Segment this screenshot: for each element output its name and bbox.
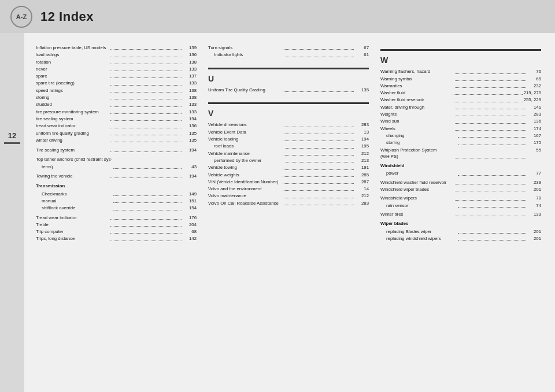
list-item: Vehicle loading 194 [208, 136, 369, 142]
section-letter-w: W [380, 54, 541, 66]
list-item: Towing the vehicle 194 [36, 173, 197, 179]
list-item: tire pressure monitoring system 133 [36, 109, 197, 115]
list-item: never 133 [36, 66, 197, 72]
chapter-number: 12 [8, 131, 16, 140]
list-item: Volvo On Call Roadside Assistance 283 [208, 200, 369, 206]
list-item: power 77 [380, 170, 541, 176]
list-item: manual 151 [36, 198, 197, 204]
list-item: speed ratings 138 [36, 87, 197, 94]
list-item: Vehicle maintenance 212 [208, 150, 369, 157]
list-item: Wind sun 136 [380, 118, 541, 124]
list-item: tread wear indicator 136 [36, 123, 197, 129]
sidebar-indicator [4, 142, 20, 144]
list-item: Windshield washer fluid reservoir 239 [380, 179, 541, 186]
list-item: roof loads 195 [208, 143, 369, 149]
list-item: Uniform Tire Quality Grading 135 [208, 87, 369, 93]
list-item: shiftlock override 154 [36, 205, 197, 211]
list-item: storing 138 [36, 94, 197, 101]
list-item: Vehicle weights 285 [208, 172, 369, 178]
list-item: Winter tires 133 [380, 211, 541, 217]
list-item: performed by the owner 213 [208, 157, 369, 164]
page-header: A-Z 12 Index [0, 0, 555, 33]
list-item: Windshield wiper blades 201 [380, 186, 541, 193]
list-item: Washer fluid 219, 275 [380, 90, 541, 96]
section-letter-u: U [208, 73, 369, 84]
list-item: Volvo and the environment 14 [208, 186, 369, 192]
list-item: Turn signals 67 [208, 45, 369, 51]
list-item: changing 167 [380, 132, 541, 139]
section-letter-v: V [208, 108, 369, 119]
list-item: Trip computer 68 [36, 228, 197, 235]
list-item: Whiplash Protection System (WHIPS) 55 [380, 147, 541, 160]
section-label: Transmission [36, 183, 197, 189]
list-item: studded 133 [36, 101, 197, 108]
index-column-3: W Warning flashers, hazard 76 Warning sy… [380, 45, 541, 386]
list-item: Treble 204 [36, 221, 197, 228]
list-item: Warranties 232 [380, 83, 541, 89]
list-item: Indicator lights 61 [208, 51, 369, 58]
list-item: uniform tire quality grading 135 [36, 130, 197, 136]
list-item: replacing windshield wipers 201 [380, 235, 541, 242]
list-item: Checkmarks 149 [36, 191, 197, 197]
logo-badge: A-Z [10, 6, 32, 28]
list-item: storing 175 [380, 139, 541, 146]
list-item: Warning symbol 65 [380, 76, 541, 82]
list-item: Volvo maintenance 212 [208, 193, 369, 199]
index-column-1: Inflation pressure table, US models 139 … [36, 45, 197, 386]
main-area: 12 Inflation pressure table, US models 1… [0, 33, 555, 392]
list-item: Tread wear indicator 176 [36, 215, 197, 221]
list-item: Vehicle dimensions 283 [208, 121, 369, 128]
index-content: Inflation pressure table, US models 139 … [24, 33, 555, 392]
list-item: rain sensor 74 [380, 202, 541, 209]
list-item: Trips, long distance 142 [36, 235, 197, 242]
list-item: spare 137 [36, 73, 197, 79]
logo-text: A-Z [16, 13, 27, 20]
list-item: Vehicle towing 191 [208, 164, 369, 171]
list-item: Windshield wipers 78 [380, 195, 541, 201]
list-item: spare tire (locating) 133 [36, 80, 197, 86]
list-item: Weights 283 [380, 111, 541, 117]
list-item: tire sealing system 194 [36, 116, 197, 122]
list-item: Washer fluid reservoir 255, 229 [380, 97, 541, 103]
list-item: rotation 138 [36, 59, 197, 65]
section-divider-u [208, 68, 369, 69]
list-item: Wheels 174 [380, 125, 541, 132]
list-item: Warning flashers, hazard 76 [380, 68, 541, 75]
list-item: tems) 43 [36, 164, 197, 170]
list-item: load ratings 136 [36, 51, 197, 58]
list-item: Inflation pressure table, US models 139 [36, 45, 197, 51]
list-item: Vehicle Event Data 13 [208, 129, 369, 135]
list-item: Top tether anchors (child restraint sys- [36, 156, 197, 162]
list-item: VIN (Vehicle Identification Number) 287 [208, 179, 369, 185]
list-item: winter driving 135 [36, 137, 197, 143]
page-title: 12 Index [40, 9, 94, 24]
section-divider-w [380, 49, 541, 51]
chapter-sidebar: 12 [0, 33, 24, 392]
section-label: Wiper blades [380, 220, 541, 227]
list-item: replacing Blades wiper 201 [380, 228, 541, 235]
index-column-2: Turn signals 67 Indicator lights 61 U Un… [208, 45, 369, 386]
section-label: Windshield [380, 162, 541, 169]
index-columns: Inflation pressure table, US models 139 … [36, 45, 541, 386]
list-item: Water, driving through 141 [380, 104, 541, 110]
section-divider-v [208, 102, 369, 104]
list-item: Tire sealing system 194 [36, 147, 197, 153]
